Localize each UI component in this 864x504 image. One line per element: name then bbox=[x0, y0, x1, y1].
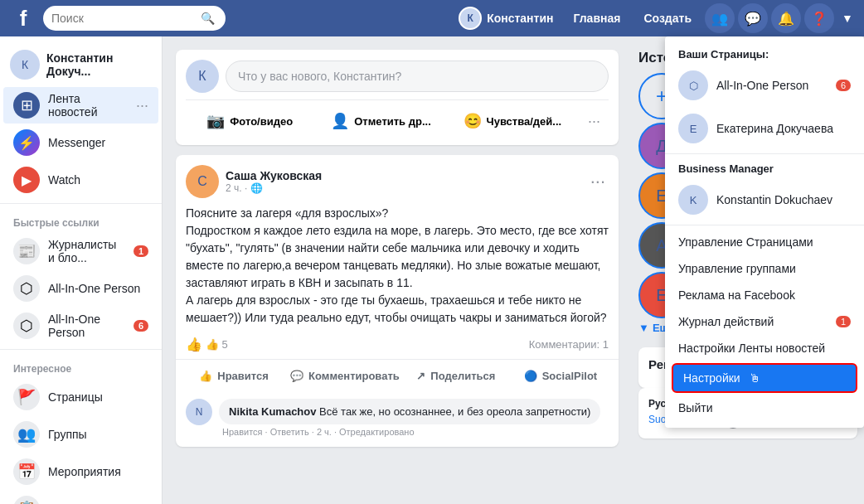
create-action-feeling-label: Чувства/дей... bbox=[487, 115, 562, 128]
dropdown-page-katerina[interactable]: Е Екатерина Докучаева bbox=[665, 107, 864, 150]
dropdown-ads-btn[interactable]: Реклама на Facebook bbox=[665, 282, 864, 308]
dropdown-page-katerina-name: Екатерина Докучаева bbox=[716, 122, 833, 135]
dropdown-page-allinone-badge: 6 bbox=[836, 80, 851, 91]
dropdown-manage-groups-btn[interactable]: Управление группами bbox=[665, 255, 864, 282]
photo-icon: 📷 bbox=[206, 112, 225, 130]
create-action-tag-btn[interactable]: 👤 Отметить др... bbox=[317, 107, 444, 135]
post-like-btn[interactable]: 👍 Нравится bbox=[182, 363, 285, 389]
like-btn-icon: 👍 bbox=[199, 370, 212, 382]
search-input[interactable] bbox=[51, 12, 201, 25]
sidebar-item-groups[interactable]: 👥 Группы bbox=[3, 416, 158, 453]
sidebar-divider-1 bbox=[0, 203, 162, 204]
nav-notifications-btn[interactable]: 🔔 bbox=[771, 3, 801, 33]
post-more-btn[interactable]: ··· bbox=[587, 171, 609, 192]
dropdown-activity-label: Журнал действий bbox=[678, 315, 774, 328]
sidebar-journalists-badge: 1 bbox=[133, 245, 148, 257]
post-meta: 2 ч. · 🌐 bbox=[226, 182, 580, 194]
comment-body: Nikita Kumachov Всё так же, но осознанне… bbox=[219, 399, 600, 424]
dropdown-manage-pages-btn[interactable]: Управление Страницами bbox=[665, 229, 864, 255]
nav-avatar: К bbox=[459, 7, 482, 30]
post-likes-count: 👍 5 bbox=[206, 338, 228, 351]
sidebar-profile-name: Константин Докуч... bbox=[46, 51, 152, 78]
search-icon: 🔍 bbox=[201, 12, 215, 25]
events-icon: 📅 bbox=[13, 458, 40, 485]
left-sidebar: К Константин Докуч... ⊞ Лента новостей ·… bbox=[0, 36, 163, 504]
sidebar-profile-link[interactable]: К Константин Докуч... bbox=[0, 43, 162, 86]
facebook-logo[interactable]: f bbox=[7, 0, 40, 36]
sidebar-item-newsfeed[interactable]: ⊞ Лента новостей ··· bbox=[3, 87, 158, 124]
dropdown-page-allinone-avatar: ⬡ bbox=[678, 70, 708, 100]
sidebar-item-pages[interactable]: 🚩 Страницы bbox=[3, 379, 158, 415]
create-post-input[interactable]: Что у вас нового, Константин? bbox=[226, 61, 609, 92]
friendlists-icon: 📋 bbox=[13, 496, 40, 504]
sidebar-item-journalists[interactable]: 📰 Журналисты и бло... 1 bbox=[3, 233, 158, 269]
sidebar-item-watch[interactable]: ▶ Watch bbox=[3, 162, 158, 198]
sp-btn-label: SocialPilot bbox=[542, 370, 597, 382]
dropdown-page-katerina-avatar: Е bbox=[678, 114, 708, 143]
nav-home-link[interactable]: Главная bbox=[563, 7, 630, 30]
sidebar-pages-label: Страницы bbox=[48, 390, 148, 404]
top-navigation: f 🔍 К Константин Главная Создать 👥 💬 🔔 ❓… bbox=[0, 0, 864, 36]
create-action-photo-btn[interactable]: 📷 Фото/видео bbox=[186, 107, 313, 135]
sidebar-item-allinone1[interactable]: ⬡ All-In-One Person bbox=[3, 270, 158, 307]
comment-text-val: Всё так же, но осознаннее, и без ореола … bbox=[319, 405, 590, 418]
allinone1-icon: ⬡ bbox=[13, 275, 40, 302]
messenger-icon: ⚡ bbox=[13, 129, 40, 156]
sidebar-item-allinone2[interactable]: ⬡ All-In-One Person 6 bbox=[3, 308, 158, 344]
comment-author-name[interactable]: Nikita Kumachov bbox=[229, 405, 316, 418]
dropdown-settings-btn[interactable]: Настройки 🖱 bbox=[672, 363, 857, 393]
post-author-avatar[interactable]: С bbox=[186, 165, 219, 198]
post-author-info: Саша Жуковская 2 ч. · 🌐 bbox=[226, 169, 580, 194]
share-btn-label: Поделиться bbox=[430, 370, 495, 382]
nav-dropdown-btn[interactable]: ▼ bbox=[837, 3, 857, 33]
create-action-more-btn[interactable]: ··· bbox=[580, 108, 609, 135]
post-sp-btn[interactable]: 🔵 SocialPilot bbox=[509, 363, 612, 389]
nav-help-btn[interactable]: ❓ bbox=[804, 3, 834, 33]
nav-right-section: К Константин Главная Создать 👥 💬 🔔 ❓ ▼ bbox=[452, 3, 857, 33]
dropdown-logout-btn[interactable]: Выйти bbox=[665, 395, 864, 421]
sidebar-events-label: Мероприятия bbox=[48, 465, 148, 478]
post-comment-btn[interactable]: 💬 Комментировать bbox=[287, 363, 403, 389]
post-author-name[interactable]: Саша Жуковская bbox=[226, 169, 580, 182]
dropdown-settings-label: Настройки bbox=[683, 371, 740, 385]
search-bar[interactable]: 🔍 bbox=[43, 6, 226, 31]
comment-btn-label: Комментировать bbox=[308, 370, 400, 382]
nav-create-link[interactable]: Создать bbox=[633, 7, 701, 30]
sidebar-item-messenger[interactable]: ⚡ Messenger bbox=[3, 124, 158, 161]
post-share-btn[interactable]: ↗ Поделиться bbox=[405, 363, 507, 389]
dropdown-settings-cursor: 🖱 bbox=[749, 371, 760, 385]
groups-icon: 👥 bbox=[13, 421, 40, 448]
dropdown-activity-log-btn[interactable]: Журнал действий 1 bbox=[665, 308, 864, 335]
sidebar-journalists-label: Журналисты и бло... bbox=[48, 238, 125, 264]
pages-icon: 🚩 bbox=[13, 384, 40, 410]
comment-btn-icon: 💬 bbox=[290, 370, 303, 382]
post-actions: 👍 Нравится 💬 Комментировать ↗ Поделиться… bbox=[176, 360, 619, 392]
sidebar-allinone2-badge: 6 bbox=[133, 320, 148, 332]
create-post-avatar: К bbox=[186, 60, 219, 93]
sidebar-allinone1-label: All-In-One Person bbox=[48, 282, 148, 295]
post-card-0: С Саша Жуковская 2 ч. · 🌐 ··· Поясните з… bbox=[176, 155, 619, 447]
sidebar-divider-2 bbox=[0, 349, 162, 350]
create-action-tag-label: Отметить др... bbox=[354, 115, 431, 128]
newsfeed-more-icon[interactable]: ··· bbox=[136, 97, 148, 114]
nav-friends-btn[interactable]: 👥 bbox=[705, 3, 735, 33]
like-btn-label: Нравится bbox=[217, 370, 269, 382]
post-reactions: 👍 👍 5 bbox=[186, 337, 228, 352]
watch-icon: ▶ bbox=[13, 167, 40, 193]
dropdown-feed-settings-btn[interactable]: Настройки Ленты новостей bbox=[665, 335, 864, 361]
create-action-feeling-btn[interactable]: 😊 Чувства/дей... bbox=[449, 107, 576, 135]
sidebar-item-events[interactable]: 📅 Мероприятия bbox=[3, 453, 158, 490]
sidebar-item-friendlists[interactable]: 📋 Списки друзей bbox=[3, 491, 158, 504]
dropdown-menu: Ваши Страницы: ⬡ All-In-One Person 6 Е Е… bbox=[665, 36, 864, 428]
dropdown-your-pages-title: Ваши Страницы: bbox=[665, 43, 864, 64]
share-btn-icon: ↗ bbox=[416, 370, 425, 382]
nav-messenger-btn[interactable]: 💬 bbox=[738, 3, 768, 33]
post-stats: 👍 👍 5 Комментарии: 1 bbox=[176, 330, 619, 360]
sidebar-newsfeed-label: Лента новостей bbox=[48, 92, 128, 119]
sidebar-profile-avatar: К bbox=[10, 50, 40, 80]
dropdown-business-konstantin[interactable]: K Konstantin Dokuchaev bbox=[665, 178, 864, 221]
post-comments-count: Комментарии: 1 bbox=[529, 338, 609, 351]
nav-user-profile[interactable]: К Константин bbox=[452, 3, 560, 33]
post-comment-section: N Nikita Kumachov Всё так же, но осознан… bbox=[176, 392, 619, 447]
dropdown-page-allinone[interactable]: ⬡ All-In-One Person 6 bbox=[665, 64, 864, 107]
